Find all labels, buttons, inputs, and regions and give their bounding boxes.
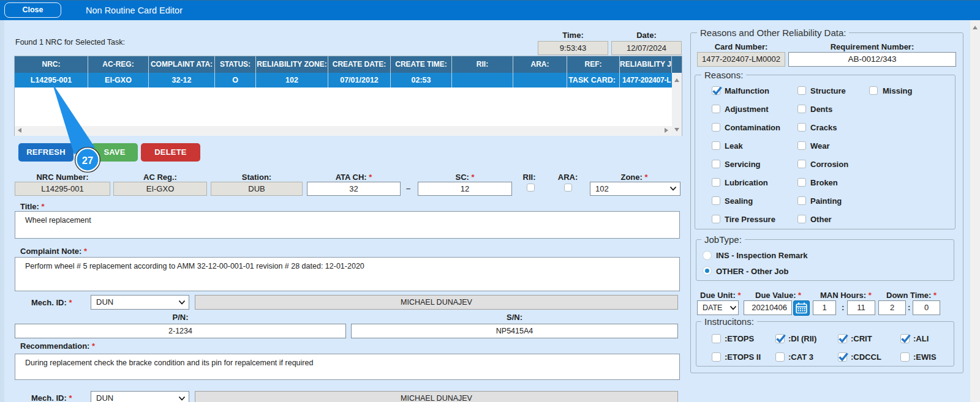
svg-text:27: 27 (82, 155, 93, 166)
